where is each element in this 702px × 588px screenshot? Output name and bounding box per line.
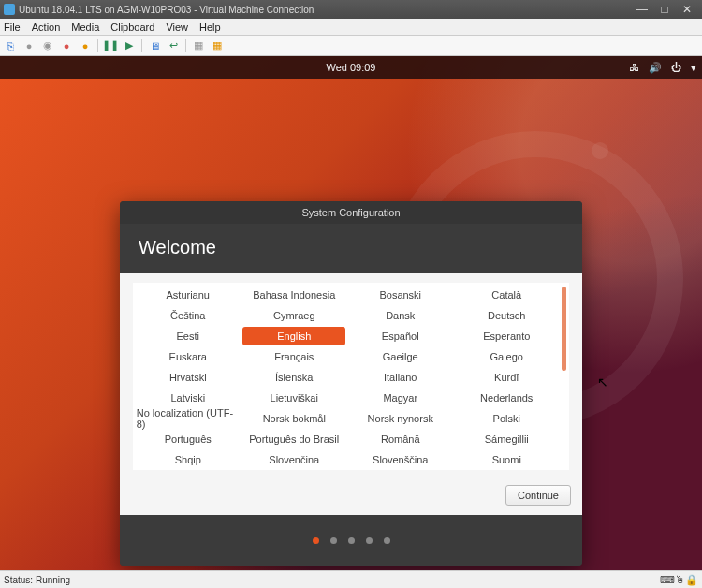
language-option[interactable]: Español: [349, 327, 452, 345]
language-option[interactable]: Eesti: [137, 327, 240, 345]
page-dot: [348, 537, 355, 544]
page-dot: [330, 537, 337, 544]
language-option[interactable]: Deutsch: [455, 306, 558, 325]
scrollbar-thumb[interactable]: [562, 287, 566, 371]
share-icon[interactable]: ▦: [211, 39, 224, 52]
toolbar: ⎘●◉●●❚❚▶🖥↩▦▦: [0, 36, 702, 56]
statusbar: Status: Running ⌨🖱🔒: [0, 570, 702, 588]
power-icon[interactable]: ⏻: [671, 62, 681, 73]
checkpoint-icon[interactable]: 🖥: [148, 39, 161, 52]
panel-clock[interactable]: Wed 09:09: [326, 62, 375, 73]
vm-display: Wed 09:09 🖧🔊⏻▾ System Configuration Welc…: [0, 56, 702, 570]
record-off-icon[interactable]: ●: [22, 39, 36, 52]
shutdown-icon[interactable]: ●: [79, 39, 92, 52]
minimize-button[interactable]: —: [631, 3, 653, 16]
language-option[interactable]: Cymraeg: [242, 306, 345, 325]
language-option[interactable]: Bosanski: [349, 286, 452, 304]
language-option[interactable]: Bahasa Indonesia: [242, 286, 345, 304]
language-option[interactable]: Català: [455, 286, 558, 304]
language-option[interactable]: Magyar: [349, 389, 452, 407]
enhanced-icon[interactable]: ▦: [192, 39, 205, 52]
top-panel: Wed 09:09 🖧🔊⏻▾: [0, 56, 702, 79]
language-option[interactable]: Asturianu: [137, 286, 240, 304]
menu-clipboard[interactable]: Clipboard: [110, 22, 154, 33]
mouse-icon: 🖱: [675, 574, 685, 585]
scrollbar[interactable]: [560, 285, 567, 468]
language-option[interactable]: Suomi: [455, 450, 558, 469]
stop-icon[interactable]: ●: [60, 39, 73, 52]
language-option[interactable]: Română: [349, 430, 452, 448]
language-option[interactable]: Esperanto: [455, 327, 558, 345]
language-option[interactable]: Norsk bokmål: [242, 409, 345, 428]
menu-action[interactable]: Action: [32, 22, 61, 33]
dialog-title: System Configuration: [301, 207, 400, 218]
dialog-titlebar: System Configuration: [120, 201, 582, 224]
language-option[interactable]: Slovenčina: [242, 450, 345, 469]
network-icon[interactable]: 🖧: [629, 62, 639, 73]
system-configuration-dialog: System Configuration Welcome AsturianuBa…: [120, 201, 582, 566]
menu-file[interactable]: File: [4, 22, 21, 33]
mouse-cursor: ↖: [597, 375, 608, 390]
menu-help[interactable]: Help: [199, 22, 221, 33]
dialog-body: AsturianuBahasa IndonesiaBosanskiCatalàČ…: [120, 273, 582, 515]
close-button[interactable]: ✕: [676, 3, 698, 16]
window-title: Ubuntu 18.04.1 LTS on AGM-W10PRO03 - Vir…: [19, 5, 314, 15]
language-option[interactable]: Polski: [455, 409, 558, 428]
language-option[interactable]: Français: [242, 347, 345, 366]
maximize-button[interactable]: □: [653, 3, 676, 16]
start-icon[interactable]: ▶: [123, 39, 136, 52]
menu-media[interactable]: Media: [71, 22, 99, 33]
language-option[interactable]: Italiano: [349, 368, 452, 387]
page-dot: [384, 537, 390, 544]
language-option[interactable]: No localization (UTF-8): [137, 409, 240, 428]
language-option[interactable]: Português do Brasil: [242, 430, 345, 448]
page-dot: [366, 537, 373, 544]
language-option[interactable]: Hrvatski: [137, 368, 240, 387]
language-option[interactable]: Čeština: [137, 306, 240, 325]
language-option[interactable]: Galego: [455, 347, 558, 366]
app-icon: [4, 4, 15, 15]
language-option[interactable]: Sámegillii: [455, 430, 558, 448]
language-option[interactable]: Norsk nynorsk: [349, 409, 452, 428]
window-titlebar: Ubuntu 18.04.1 LTS on AGM-W10PRO03 - Vir…: [0, 0, 702, 19]
language-option[interactable]: Shqip: [137, 450, 240, 469]
pause-icon[interactable]: ❚❚: [104, 39, 117, 52]
language-option[interactable]: Euskara: [137, 347, 240, 366]
continue-button[interactable]: Continue: [505, 485, 571, 506]
page-dot: [313, 537, 319, 544]
language-option[interactable]: Dansk: [349, 306, 452, 325]
language-option[interactable]: Lietuviškai: [242, 389, 345, 407]
language-option[interactable]: Português: [137, 430, 240, 448]
menu-view[interactable]: View: [166, 22, 188, 33]
volume-icon[interactable]: 🔊: [649, 62, 662, 74]
page-indicator: [120, 515, 582, 566]
ctrl-alt-del-icon[interactable]: ⎘: [4, 39, 17, 52]
keyboard-icon: ⌨: [660, 574, 675, 585]
revert-icon[interactable]: ↩: [167, 39, 180, 52]
menubar: FileActionMediaClipboardViewHelp: [0, 19, 702, 36]
menu-chevron-icon[interactable]: ▾: [691, 62, 696, 74]
language-option[interactable]: English: [242, 327, 345, 345]
status-text: Status: Running: [4, 575, 70, 585]
language-option[interactable]: Íslenska: [242, 368, 345, 387]
language-option[interactable]: Slovenščina: [349, 450, 452, 469]
language-option[interactable]: Latviski: [137, 389, 240, 407]
language-option[interactable]: Gaeilge: [349, 347, 452, 366]
language-option[interactable]: Kurdî: [455, 368, 558, 387]
language-option[interactable]: Nederlands: [455, 389, 558, 407]
language-list[interactable]: AsturianuBahasa IndonesiaBosanskiCatalàČ…: [133, 283, 569, 470]
record-icon[interactable]: ◉: [41, 39, 54, 52]
dialog-heading: Welcome: [120, 224, 582, 273]
lock-icon: 🔒: [685, 574, 698, 585]
